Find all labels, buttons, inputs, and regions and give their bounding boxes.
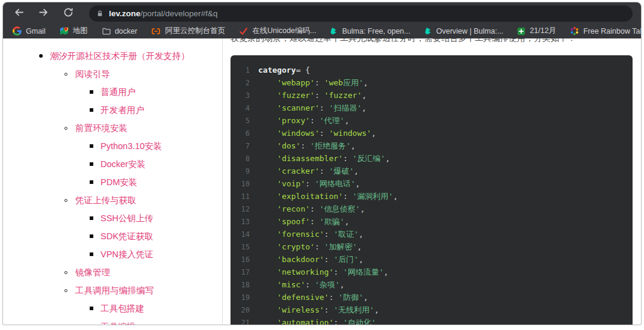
address-bar[interactable]: lev.zone/portal/developer#f&q xyxy=(89,5,633,22)
sidebar-item[interactable]: 阅读引导 xyxy=(3,65,222,83)
square-marker xyxy=(90,90,101,94)
code-token: , xyxy=(357,242,362,251)
sidebar-link-label: PDM安装 xyxy=(101,177,137,188)
bookmark-item[interactable]: 21/12月 xyxy=(517,26,556,36)
sidebar-item[interactable]: 镜像管理 xyxy=(3,263,222,281)
square-marker xyxy=(90,234,101,238)
code-token: '取证' xyxy=(333,229,359,240)
line-number: 8 xyxy=(231,154,258,163)
code-token: '信息侦察' xyxy=(320,204,361,215)
code-token: = { xyxy=(296,66,310,75)
code-token: 'forensic' xyxy=(277,230,324,239)
bookmark-item[interactable]: Bulma: Free, open... xyxy=(330,26,410,35)
code-token: category xyxy=(258,66,296,75)
line-number: 14 xyxy=(231,230,258,239)
disc-marker xyxy=(39,54,50,58)
code-token: '网络电话' xyxy=(315,179,356,189)
code-token: : xyxy=(300,141,310,150)
code-token: , xyxy=(362,91,367,100)
bookmark-item[interactable]: Overview | Bulma:... xyxy=(424,26,504,35)
code-token: , xyxy=(374,305,379,314)
bookmarks-bar: Gmail地图docker阿里云控制台首页在线Unicode编码...Bulma… xyxy=(3,25,641,38)
code-line: 10 'voip': '网络电话', xyxy=(231,177,633,190)
sidebar-item[interactable]: SDK凭证获取 xyxy=(3,227,222,245)
code-token: : xyxy=(310,204,320,213)
sidebar-item[interactable]: VPN接入凭证 xyxy=(3,245,222,263)
circle-marker xyxy=(64,199,75,202)
square-marker xyxy=(90,180,101,184)
code-token xyxy=(258,267,277,277)
sidebar-item[interactable]: Python3.10安装 xyxy=(3,137,222,155)
sidebar-link-label: Docker安装 xyxy=(101,159,146,170)
sidebar-item[interactable]: 前置环境安装 xyxy=(3,119,222,137)
line-number: 15 xyxy=(231,243,258,251)
code-token: : xyxy=(324,230,334,239)
circle-marker xyxy=(64,271,75,274)
code-token: '无线利用' xyxy=(333,305,374,316)
line-number: 7 xyxy=(231,142,258,150)
code-token: , xyxy=(385,154,390,163)
code-token: 'spoof' xyxy=(277,217,310,226)
code-line: 2 'webapp': 'web应用', xyxy=(231,76,633,89)
code-line: 6 'windows': 'windows', xyxy=(231,127,633,139)
forward-button[interactable] xyxy=(35,5,52,22)
sidebar-item[interactable]: 工具包搭建 xyxy=(3,299,222,317)
code-token: : xyxy=(329,293,338,302)
bookmark-item[interactable]: docker xyxy=(102,27,138,35)
code-token: , xyxy=(356,179,361,188)
code-token: 'crypto' xyxy=(277,242,315,251)
code-token: 'wireless' xyxy=(277,305,324,314)
code-line: 18 'misc': '杂项', xyxy=(231,278,633,291)
sidebar-item[interactable]: 潮汐开源社区技术手册（开发支持） xyxy=(3,47,222,65)
line-number: 10 xyxy=(231,180,258,188)
code-token: , xyxy=(351,141,356,150)
sidebar-item[interactable]: 开发者用户 xyxy=(3,101,222,119)
code-token: : xyxy=(315,242,324,251)
back-button[interactable] xyxy=(10,5,27,22)
bookmark-item[interactable]: 阿里云控制台首页 xyxy=(151,26,225,36)
line-number: 1 xyxy=(231,66,258,75)
square-marker xyxy=(90,144,101,148)
sidebar-link-label: 阅读引导 xyxy=(75,69,110,80)
code-token xyxy=(258,204,277,213)
sidebar-link-label: 潮汐开源社区技术手册（开发支持） xyxy=(50,50,190,62)
bookmark-item[interactable]: Gmail xyxy=(13,26,46,35)
code-token: : xyxy=(320,103,329,112)
sidebar-item[interactable]: 工具编排 xyxy=(3,317,222,325)
code-token: 'cracker' xyxy=(277,167,319,176)
code-token: , xyxy=(364,78,368,87)
sidebar-item[interactable]: Docker安装 xyxy=(3,155,222,173)
code-token xyxy=(258,179,277,188)
code-token: : xyxy=(320,129,329,138)
lock-icon[interactable] xyxy=(96,10,104,17)
sidebar-link-label: 工具调用与编排编写 xyxy=(75,285,154,296)
line-number: 3 xyxy=(231,91,258,100)
sidebar-item[interactable]: SSH公钥上传 xyxy=(3,209,222,227)
code-line: 3 'fuzzer': 'fuzzer', xyxy=(231,89,633,102)
code-token: , xyxy=(354,167,359,176)
code-token xyxy=(258,141,277,150)
sidebar-item[interactable]: 普通用户 xyxy=(3,83,222,101)
line-number: 11 xyxy=(231,192,258,201)
folder-icon xyxy=(102,27,111,35)
code-token xyxy=(258,129,277,138)
sidebar-item[interactable]: PDM安装 xyxy=(3,173,222,191)
sidebar-item[interactable]: 凭证上传与获取 xyxy=(3,191,222,209)
sidebar-link-label: 前置环境安装 xyxy=(75,123,128,134)
line-number: 21 xyxy=(231,319,258,325)
bookmark-item[interactable]: 在线Unicode编码... xyxy=(239,26,316,36)
docs-sidebar: 潮汐开源社区技术手册（开发支持）阅读引导普通用户开发者用户前置环境安装Pytho… xyxy=(3,38,223,325)
code-block: 1category= {2 'webapp': 'web应用',3 'fuzze… xyxy=(231,55,633,325)
sidebar-item[interactable]: 工具调用与编排编写 xyxy=(3,281,222,299)
code-line: 7 'dos': '拒绝服务', xyxy=(231,139,633,152)
bookmark-item[interactable]: 地图 xyxy=(60,26,88,36)
code-token: : xyxy=(324,305,334,314)
bookmark-label: Free Rainbow Tabl... xyxy=(583,27,642,35)
bookmark-item[interactable]: Free Rainbow Tabl... xyxy=(570,26,642,35)
code-token: 'defensive' xyxy=(277,293,329,302)
code-token xyxy=(258,305,277,314)
code-token: '欺骗' xyxy=(320,216,345,227)
sidebar-link-label: VPN接入凭证 xyxy=(101,249,153,260)
line-number: 9 xyxy=(231,167,258,176)
reload-button[interactable] xyxy=(60,5,76,22)
